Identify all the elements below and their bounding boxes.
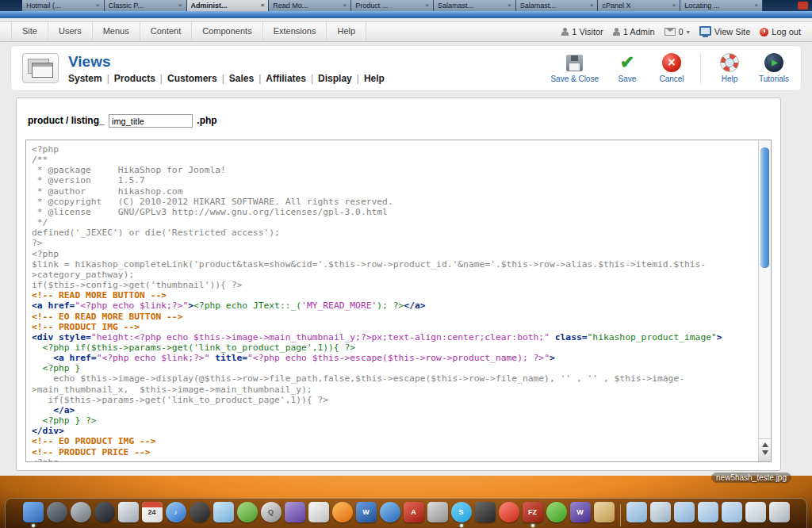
status-person[interactable]: 1 Visitor [561,27,603,36]
help-button[interactable]: Help [700,53,745,83]
menu-item-site[interactable]: Site [11,22,48,41]
dock-icon-purple-app[interactable] [285,502,305,522]
scroll-up-icon[interactable] [762,442,768,447]
tab-close-icon[interactable]: × [343,0,347,11]
browser-tab[interactable]: Read Mo...× [269,0,351,11]
tab-label: Locating ... [684,2,752,10]
code-area[interactable]: <?php/** * @package HikaShop for Joomla!… [26,140,758,461]
submenu-item-products[interactable]: Products [114,73,155,84]
menu-item-content[interactable]: Content [140,22,193,41]
tab-close-icon[interactable]: × [178,0,182,11]
menu-item-components[interactable]: Components [192,22,262,41]
tab-close-icon[interactable]: × [96,0,100,11]
scroll-down-icon[interactable] [762,450,768,455]
dock-icon-word[interactable]: W [356,502,377,522]
calendar-icon: 24 [142,502,163,522]
code-line: <?php } [32,363,758,373]
dock-icon-itunes[interactable]: ♪ [166,502,186,522]
tab-close-icon[interactable]: × [261,0,265,11]
dock-icon-wordpress[interactable]: W [570,502,591,522]
desktop-file-label[interactable]: new5hash_teste.jpg [711,473,791,483]
dock-icon-green-app[interactable] [546,502,567,522]
dock-icon-trash[interactable] [769,502,790,522]
dock-icon-textedit[interactable] [308,502,329,522]
dock-icon-ichat[interactable] [237,502,258,522]
browser-tab[interactable]: Salamast...× [516,0,599,11]
save-close-button[interactable]: Save & Close [550,53,599,83]
status-label: Log out [772,27,801,36]
browser-tab[interactable]: Administ...× [187,0,270,11]
dock-icon-photos[interactable] [190,502,210,522]
tab-close-icon[interactable]: × [508,0,511,11]
dock-icon-drive[interactable] [650,502,671,522]
browser-tab[interactable]: Salamast...× [434,0,516,11]
menu-item-help[interactable]: Help [327,22,366,41]
tab-close-icon[interactable]: × [590,0,594,11]
vertical-scrollbar[interactable] [758,140,771,461]
drive-icon [650,502,671,522]
dock-icon-dashboard[interactable] [47,502,67,522]
icon-glyph: W [362,508,370,516]
submenu-item-display[interactable]: Display [318,73,352,84]
running-indicator [531,524,534,527]
dock-icon-gray-app[interactable] [427,502,448,522]
dock-icon-quicktime[interactable]: Q [261,502,282,522]
dock-icon-folder-blue-1[interactable] [626,502,647,522]
dock-icon-skype[interactable]: S [451,502,472,522]
menu-item-extensions[interactable]: Extensions [263,22,327,41]
code-line: * @author hikashop.com [32,186,758,197]
dock-icon-calendar[interactable]: 24 [142,502,163,522]
dock-icon-red-app[interactable] [499,502,519,522]
dock-icon-folder-blue-2[interactable] [674,502,695,522]
submenu-item-sales[interactable]: Sales [229,73,254,84]
dock-icon-folder-blue-3[interactable] [698,502,718,522]
icon-glyph: W [576,508,584,516]
menu-item-menus[interactable]: Menus [93,22,140,41]
submenu-item-help[interactable]: Help [364,73,385,84]
dock-icon-mail[interactable] [213,502,234,522]
menu-item-users[interactable]: Users [48,22,93,41]
dock-icon-documents[interactable] [745,502,766,522]
dock-icon-finder[interactable] [23,502,44,522]
tab-close-icon[interactable]: × [672,0,676,11]
code-line: <?php } ?> [32,415,758,426]
acrobat-icon: A [404,502,424,522]
status-person[interactable]: 1 Admin [613,27,655,36]
dock-icon-acrobat[interactable]: A [404,502,424,522]
status-mail[interactable]: 0▾ [665,27,690,36]
tab-close-icon[interactable]: × [425,0,429,11]
tab-label: Read Mo... [273,2,340,10]
tab-label: Salamast... [520,2,588,10]
submenu-item-system[interactable]: System [68,73,102,84]
dock-icon-filezilla[interactable]: FZ [523,502,543,522]
status-label: View Site [714,27,751,36]
dock-icon-firefox[interactable] [332,502,353,522]
admin-menubar: SiteUsersMenusContentComponentsExtension… [0,21,812,42]
scrollbar-arrows[interactable] [759,438,771,461]
browser-tab[interactable]: Locating ...× [680,0,763,11]
browser-tab[interactable]: Hotmail (...× [22,0,105,11]
filename-input[interactable] [109,114,193,128]
browser-tab[interactable]: cPanel X× [598,0,680,11]
tutorials-button[interactable]: Tutorials [758,53,790,83]
dock-icon-folder-blue-4[interactable] [722,502,742,522]
browser-tab[interactable]: Classic P...× [105,0,187,11]
dock-icon-system-preferences[interactable] [118,502,139,522]
dock-icon-gear-utility[interactable] [71,502,91,522]
cancel-button[interactable]: Cancel [656,53,688,83]
dock-icon-dark-app[interactable] [475,502,496,522]
status-monitor[interactable]: View Site [699,26,751,37]
submenu-item-customers[interactable]: Customers [167,73,217,84]
save-button[interactable]: Save [611,53,643,83]
wordpress-icon: W [570,502,591,522]
dock-icon-folder-tan[interactable] [594,502,615,522]
scrollbar-thumb[interactable] [760,147,769,268]
status-power[interactable]: Log out [760,27,801,36]
dock-icon-safari[interactable] [380,502,400,522]
code-editor[interactable]: <?php/** * @package HikaShop for Joomla!… [25,140,772,462]
dock-icon-camera[interactable] [94,502,115,522]
submenu-item-affiliates[interactable]: Affiliates [266,73,306,84]
tab-close-icon[interactable]: × [754,0,758,11]
browser-tab[interactable]: Product ...× [351,0,434,11]
tab-list-button[interactable] [798,2,808,10]
